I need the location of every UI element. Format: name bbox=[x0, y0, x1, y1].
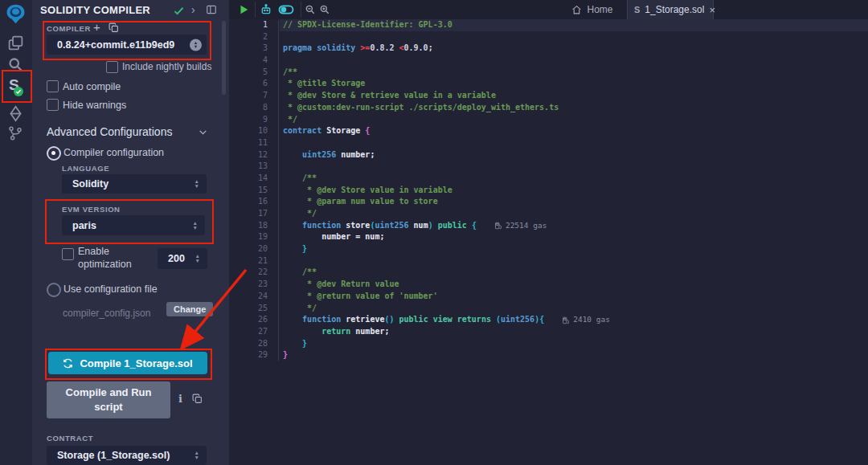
code-line[interactable]: } bbox=[280, 243, 868, 255]
code-line[interactable] bbox=[280, 255, 868, 267]
auto-compile-label: Auto compile bbox=[63, 81, 121, 92]
editor-gutter: 1234567891011121314151617181920212223242… bbox=[229, 19, 280, 465]
version-stepper-icon[interactable]: ▲▼ bbox=[190, 39, 202, 51]
code-line[interactable]: contract Storage { bbox=[280, 125, 868, 137]
code-line[interactable] bbox=[280, 55, 868, 67]
code-line[interactable]: } bbox=[280, 338, 868, 350]
remix-logo-icon[interactable] bbox=[5, 3, 27, 25]
close-tab-icon[interactable]: × bbox=[709, 4, 715, 16]
code-line[interactable]: function retrieve() public view returns … bbox=[280, 314, 868, 326]
code-line[interactable]: number = num; bbox=[280, 231, 868, 243]
icon-rail: S bbox=[0, 0, 32, 465]
search-icon[interactable] bbox=[7, 56, 24, 73]
zoom-in-icon[interactable] bbox=[319, 4, 330, 15]
file-explorer-icon[interactable] bbox=[7, 35, 24, 51]
code-line[interactable]: * @return value of 'number' bbox=[280, 291, 868, 303]
copy-compiler-icon[interactable] bbox=[108, 22, 119, 33]
change-config-button[interactable]: Change bbox=[166, 302, 213, 316]
use-config-file-label: Use configuration file bbox=[63, 283, 158, 295]
code-line[interactable] bbox=[280, 137, 868, 149]
topbar-divider bbox=[255, 2, 256, 18]
code-line[interactable]: } bbox=[280, 349, 868, 361]
hide-warnings-checkbox[interactable] bbox=[47, 99, 59, 111]
code-line[interactable] bbox=[280, 161, 868, 173]
ai-assistant-icon[interactable] bbox=[260, 3, 272, 16]
enable-optimization-label: Enable optimization bbox=[78, 246, 144, 271]
language-label: LANGUAGE bbox=[62, 164, 109, 173]
code-line[interactable]: * @dev Return value bbox=[280, 279, 868, 291]
git-branch-icon[interactable] bbox=[7, 125, 23, 141]
code-line[interactable]: * @dev Store & retrieve value in a varia… bbox=[280, 90, 868, 102]
code-line[interactable]: /** bbox=[280, 67, 868, 79]
nightly-builds-label: Include nightly builds bbox=[122, 61, 211, 72]
compiled-check-badge bbox=[14, 87, 23, 96]
code-line[interactable]: // SPDX-License-Identifier: GPL-3.0 bbox=[280, 19, 868, 31]
gas-estimate: 22514 gas bbox=[494, 220, 547, 232]
copilot-toggle-icon[interactable] bbox=[278, 4, 294, 15]
chevron-down-icon[interactable] bbox=[198, 127, 208, 137]
evm-stepper-icon[interactable]: ▲▼ bbox=[193, 220, 198, 230]
hide-warnings-label: Hide warnings bbox=[63, 100, 126, 111]
run-script-play-icon[interactable] bbox=[238, 4, 249, 15]
code-line[interactable]: * @dev Store value in variable bbox=[280, 185, 868, 197]
advanced-config-title[interactable]: Advanced Configurations bbox=[47, 125, 172, 138]
compile-button[interactable]: Compile 1_Storage.sol bbox=[48, 352, 207, 374]
add-compiler-icon[interactable]: + bbox=[93, 20, 100, 34]
code-line[interactable]: function store(uint256 num) public {2251… bbox=[280, 220, 868, 232]
code-line[interactable]: * @param num value to store bbox=[280, 196, 868, 208]
editor-topbar: Home S 1_Storage.sol × bbox=[229, 0, 868, 19]
compiler-section-label: COMPILER bbox=[47, 24, 91, 33]
fuel-pump-icon bbox=[494, 222, 502, 230]
code-line[interactable]: pragma solidity >=0.8.2 <0.9.0; bbox=[280, 43, 868, 55]
auto-compile-checkbox[interactable] bbox=[47, 80, 59, 92]
zoom-out-icon[interactable] bbox=[305, 4, 316, 15]
code-line[interactable]: /** bbox=[280, 267, 868, 279]
runs-stepper-icon[interactable]: ▲▼ bbox=[195, 254, 200, 263]
contract-stepper-icon[interactable]: ▲▼ bbox=[194, 451, 199, 460]
tab-1-storage-sol[interactable]: S 1_Storage.sol × bbox=[627, 0, 714, 19]
config-file-name: compiler_config.json bbox=[63, 308, 150, 319]
home-icon bbox=[571, 5, 582, 15]
language-select[interactable]: Solidity ▲▼ bbox=[62, 174, 207, 194]
code-line[interactable]: * @title Storage bbox=[280, 78, 868, 90]
code-line[interactable]: /** bbox=[280, 173, 868, 185]
panel-scrollbar[interactable] bbox=[222, 21, 226, 95]
code-line[interactable]: uint256 number; bbox=[280, 149, 868, 161]
nightly-builds-checkbox[interactable] bbox=[106, 61, 118, 73]
contract-section-label: CONTRACT bbox=[47, 434, 93, 443]
solidity-compiler-icon[interactable]: S bbox=[9, 76, 19, 94]
solidity-compiler-panel: SOLIDITY COMPILER › COMPILER + 0.8.24+co… bbox=[32, 0, 230, 465]
compile-and-run-button[interactable]: Compile and Run script bbox=[47, 381, 170, 418]
copy-script-icon[interactable] bbox=[192, 394, 203, 404]
solidity-file-icon: S bbox=[634, 5, 640, 14]
code-line[interactable]: */ bbox=[280, 208, 868, 220]
topbar-divider bbox=[301, 2, 301, 18]
contract-select[interactable]: Storage (1_Storage.sol) ▲▼ bbox=[47, 446, 207, 465]
code-line[interactable]: * @custom:dev-run-script ./scripts/deplo… bbox=[280, 102, 868, 114]
code-line[interactable]: */ bbox=[280, 303, 868, 315]
evm-version-select[interactable]: paris ▲▼ bbox=[62, 215, 205, 235]
refresh-icon bbox=[63, 358, 73, 369]
optimization-runs-input[interactable]: 200 ▲▼ bbox=[158, 248, 207, 269]
info-icon[interactable]: i bbox=[178, 393, 182, 405]
compile-success-check-icon bbox=[173, 5, 185, 17]
compiler-config-label: Compiler configuration bbox=[63, 147, 164, 158]
chevron-right-icon[interactable]: › bbox=[191, 3, 195, 16]
fuel-pump-icon bbox=[562, 316, 570, 324]
language-stepper-icon[interactable]: ▲▼ bbox=[194, 179, 199, 189]
deploy-run-icon[interactable] bbox=[7, 105, 24, 122]
code-area[interactable]: // SPDX-License-Identifier: GPL-3.0pragm… bbox=[280, 19, 868, 465]
enable-optimization-checkbox[interactable] bbox=[62, 248, 74, 260]
panel-title: SOLIDITY COMPILER bbox=[40, 4, 150, 16]
code-line[interactable]: return number; bbox=[280, 326, 868, 338]
compiler-config-radio[interactable] bbox=[47, 146, 61, 161]
code-line[interactable]: */ bbox=[280, 114, 868, 126]
remix-ide-window: S SOLIDITY COMPILER › COMPILER + 0.8.24+… bbox=[0, 0, 868, 465]
tab-home[interactable]: Home bbox=[560, 0, 624, 19]
use-config-file-radio[interactable] bbox=[47, 283, 61, 297]
indent-guide bbox=[278, 20, 279, 361]
compiler-version-select[interactable]: 0.8.24+commit.e11b9ed9 ▲▼ bbox=[47, 35, 207, 55]
code-line[interactable] bbox=[280, 31, 868, 43]
pin-panel-icon[interactable] bbox=[206, 4, 217, 15]
evm-version-label: EVM VERSION bbox=[62, 205, 121, 214]
